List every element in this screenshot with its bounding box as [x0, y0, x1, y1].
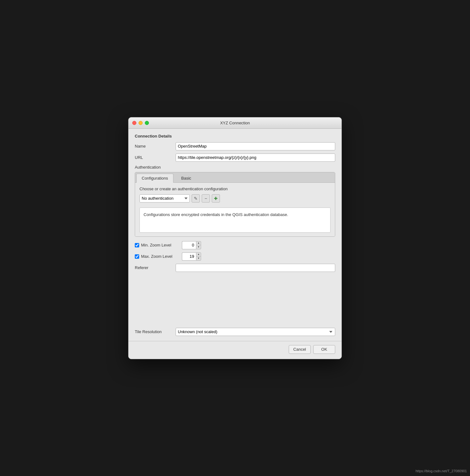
max-zoom-checkbox[interactable]: [135, 254, 139, 259]
min-zoom-checkbox[interactable]: [135, 243, 139, 247]
auth-choose-label: Choose or create an authentication confi…: [139, 187, 331, 191]
titlebar: XYZ Connection: [128, 117, 342, 129]
auth-info-text: Configurations store encrypted credentia…: [144, 212, 288, 217]
edit-icon: ✎: [194, 196, 198, 201]
min-zoom-label: Min. Zoom Level: [141, 243, 182, 247]
min-zoom-down-button[interactable]: ▼: [196, 245, 201, 249]
dialog-content: Connection Details Name URL Authenticati…: [128, 129, 342, 341]
remove-auth-button[interactable]: −: [202, 194, 210, 203]
referer-input[interactable]: [176, 264, 335, 272]
spacer: [135, 275, 335, 325]
window-title: XYZ Connection: [220, 121, 250, 125]
auth-controls-row: No authentication ✎ − ✚: [139, 194, 331, 203]
min-zoom-buttons: ▲ ▼: [196, 241, 201, 249]
cancel-button[interactable]: Cancel: [289, 345, 311, 354]
dialog-footer: Cancel OK: [128, 341, 342, 359]
url-input[interactable]: [176, 154, 335, 162]
min-zoom-row: Min. Zoom Level ▲ ▼: [135, 241, 335, 249]
tile-resolution-row: Tile Resolution Unknown (not scaled) Sta…: [135, 328, 335, 336]
referer-row: Referer: [135, 264, 335, 272]
min-zoom-up-button[interactable]: ▲: [196, 241, 201, 246]
auth-box: Configurations Basic Choose or create an…: [135, 172, 335, 237]
remove-icon: −: [205, 196, 207, 201]
add-auth-button[interactable]: ✚: [212, 194, 220, 203]
url-row: URL: [135, 154, 335, 162]
max-zoom-input[interactable]: [182, 252, 196, 261]
max-zoom-spinbox: ▲ ▼: [182, 252, 201, 261]
close-button[interactable]: [132, 121, 136, 125]
max-zoom-label: Max. Zoom Level: [141, 254, 182, 259]
tile-resolution-label: Tile Resolution: [135, 329, 176, 334]
name-label: Name: [135, 144, 176, 149]
max-zoom-up-button[interactable]: ▲: [196, 253, 201, 257]
section-title: Connection Details: [135, 134, 335, 138]
url-label: URL: [135, 155, 176, 160]
xyz-connection-dialog: XYZ Connection Connection Details Name U…: [128, 117, 342, 359]
tab-content-configurations: Choose or create an authentication confi…: [135, 183, 335, 236]
tabs-row: Configurations Basic: [135, 172, 335, 183]
tile-resolution-dropdown[interactable]: Unknown (not scaled) Standard (96 DPI) H…: [176, 328, 335, 336]
tab-basic[interactable]: Basic: [176, 174, 197, 183]
max-zoom-buttons: ▲ ▼: [196, 252, 201, 261]
name-input[interactable]: [176, 142, 335, 150]
tab-configurations[interactable]: Configurations: [136, 174, 173, 183]
add-icon: ✚: [214, 196, 218, 201]
auth-dropdown[interactable]: No authentication: [139, 194, 190, 203]
traffic-lights: [132, 121, 149, 125]
referer-label: Referer: [135, 265, 176, 270]
name-row: Name: [135, 142, 335, 150]
max-zoom-down-button[interactable]: ▼: [196, 257, 201, 260]
watermark: https://blog.csdn.net/T_27080901: [416, 469, 467, 473]
ok-button[interactable]: OK: [313, 345, 335, 354]
auth-info-area: Configurations store encrypted credentia…: [139, 208, 331, 233]
edit-auth-button[interactable]: ✎: [192, 194, 200, 203]
min-zoom-spinbox: ▲ ▼: [182, 241, 201, 249]
min-zoom-input[interactable]: [182, 241, 196, 249]
minimize-button[interactable]: [139, 121, 143, 125]
auth-section-label: Authentication: [135, 165, 335, 170]
max-zoom-row: Max. Zoom Level ▲ ▼: [135, 252, 335, 261]
maximize-button[interactable]: [145, 121, 149, 125]
